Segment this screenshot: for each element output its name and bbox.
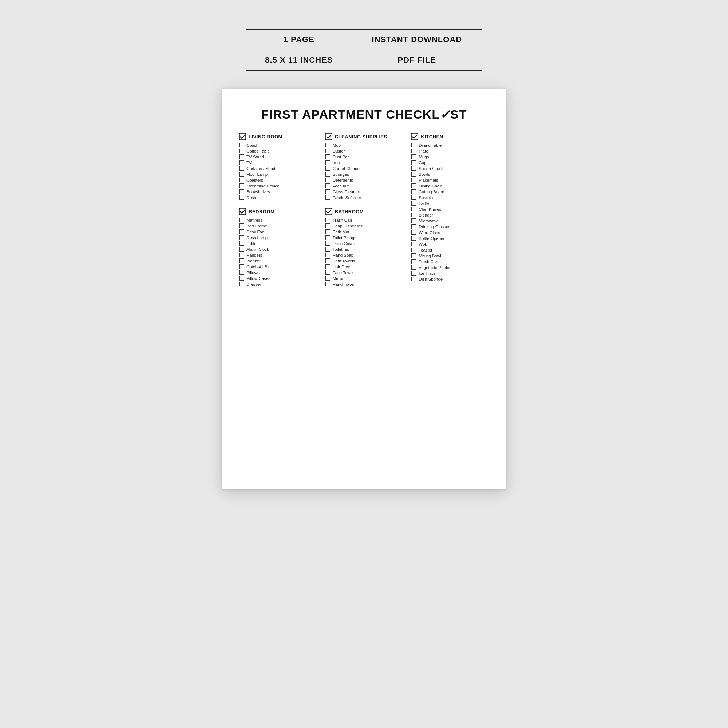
list-item[interactable]: Hand Towel [325,282,404,286]
checkbox[interactable] [326,189,330,194]
checkbox[interactable] [326,166,330,171]
list-item[interactable]: Glass Cleaner [325,189,404,194]
list-item[interactable]: Hangers [239,252,317,257]
list-item[interactable]: Dining Table [411,143,489,147]
checkbox[interactable] [326,247,330,252]
checkbox[interactable] [239,143,244,147]
list-item[interactable]: Soap Dispenser [325,223,404,228]
list-item[interactable]: Bookshelves [239,189,317,194]
checkbox[interactable] [326,172,330,177]
list-item[interactable]: Bottle Opener [411,236,489,241]
checkbox[interactable] [411,230,416,235]
checkbox[interactable] [326,229,330,234]
list-item[interactable]: Couch [239,143,317,147]
checkbox[interactable] [239,177,244,182]
list-item[interactable]: Mixing Bowl [411,253,489,258]
list-item[interactable]: Toilet Plunger [325,235,404,240]
list-item[interactable]: Trash Can [411,259,489,264]
list-item[interactable]: Mop [325,143,404,147]
list-item[interactable]: TV [239,160,317,165]
list-item[interactable]: Coffee Table [239,148,317,153]
checkbox[interactable] [239,189,244,194]
checkbox[interactable] [239,270,244,275]
checkbox[interactable] [411,143,416,147]
checkbox[interactable] [411,166,416,171]
list-item[interactable]: Plate [411,148,489,153]
list-item[interactable]: Duster [325,148,404,153]
checkbox[interactable] [411,248,416,252]
checkbox[interactable] [411,207,416,211]
list-item[interactable]: Cups [411,160,489,165]
checkbox[interactable] [239,172,244,177]
list-item[interactable]: Carpet Cleaner [325,166,404,171]
list-item[interactable]: Pillow Cases [239,276,317,281]
list-item[interactable]: Fabric Softener [325,195,404,200]
checkbox[interactable] [326,223,330,228]
checkbox[interactable] [411,160,416,165]
list-item[interactable]: Iron [325,160,404,165]
checkbox[interactable] [411,213,416,217]
list-item[interactable]: Microwave [411,219,489,223]
checkbox[interactable] [411,271,416,275]
checkbox[interactable] [411,177,416,182]
list-item[interactable]: Detergents [325,177,404,182]
list-item[interactable]: Blanket [239,258,317,263]
checkbox[interactable] [239,148,244,153]
list-item[interactable]: Floor Lamp [239,172,317,177]
list-item[interactable]: Bowls [411,172,489,177]
checkbox[interactable] [411,148,416,153]
list-item[interactable]: Drinking Glasses [411,224,489,229]
list-item[interactable]: Wine Glass [411,230,489,235]
checkbox[interactable] [411,253,416,258]
checkbox[interactable] [411,224,416,229]
list-item[interactable]: Face Towel [325,270,404,275]
list-item[interactable]: Ladle [411,201,489,206]
checkbox[interactable] [239,184,244,188]
checkbox[interactable] [239,154,244,159]
list-item[interactable]: Streaming Device [239,184,317,188]
list-item[interactable]: Vegetable Peeler [411,265,489,270]
list-item[interactable]: Placemats [411,177,489,182]
checkbox[interactable] [326,218,330,222]
list-item[interactable]: Desk Lamp [239,235,317,240]
checkbox[interactable] [239,195,244,200]
list-item[interactable]: Desk Fan [239,229,317,234]
checkbox[interactable] [239,241,244,246]
checkbox[interactable] [239,166,244,171]
list-item[interactable]: Pillows [239,270,317,275]
checkbox[interactable] [326,264,330,269]
checkbox[interactable] [411,201,416,206]
checkbox[interactable] [411,242,416,246]
checkbox[interactable] [326,270,330,275]
list-item[interactable]: Curtains / Shade [239,166,317,171]
checkbox[interactable] [239,247,244,252]
list-item[interactable]: Alarm Clock [239,247,317,252]
checkbox[interactable] [239,229,244,234]
checkbox[interactable] [411,236,416,241]
list-item[interactable]: Desk [239,195,317,200]
list-item[interactable]: Dining Chair [411,184,489,188]
list-item[interactable]: Mattress [239,218,317,222]
list-item[interactable]: Coasters [239,177,317,182]
list-item[interactable]: Catch-All Bin [239,264,317,269]
list-item[interactable]: Spatula [411,195,489,200]
checkbox[interactable] [326,154,330,159]
checkbox[interactable] [411,172,416,177]
list-item[interactable]: Cutting Board [411,189,489,194]
checkbox[interactable] [239,276,244,281]
list-item[interactable]: Bath Mat [325,229,404,234]
list-item[interactable]: Toiletries [325,247,404,252]
list-item[interactable]: Drain Cover [325,241,404,246]
list-item[interactable]: Bed Frame [239,223,317,228]
checkbox[interactable] [239,235,244,240]
list-item[interactable]: TV Stand [239,154,317,159]
list-item[interactable]: Bath Towels [325,258,404,263]
checkbox[interactable] [411,189,416,194]
checkbox[interactable] [411,259,416,264]
checkbox[interactable] [326,184,330,188]
checkbox[interactable] [239,282,244,286]
list-item[interactable]: Mugs [411,154,489,159]
list-item[interactable]: Hand Soap [325,252,404,257]
list-item[interactable]: Blender [411,213,489,217]
checkbox[interactable] [239,252,244,257]
